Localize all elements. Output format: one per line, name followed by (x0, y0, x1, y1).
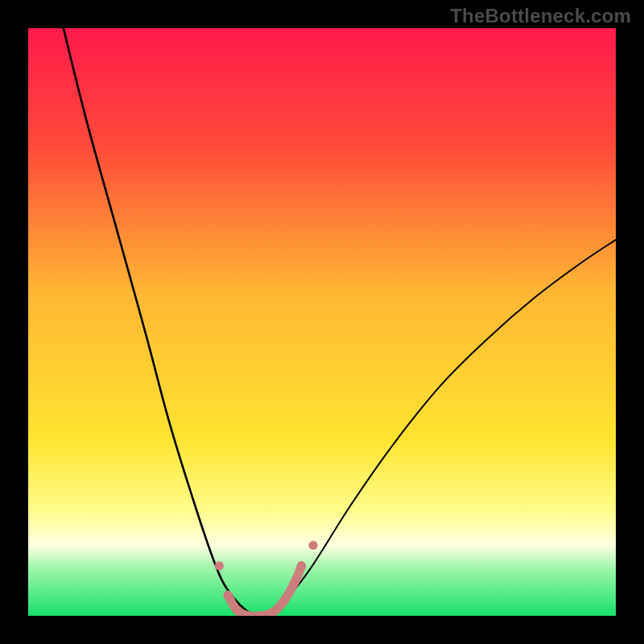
valley-marker (233, 605, 242, 614)
gradient-background (28, 28, 616, 616)
valley-marker (291, 576, 300, 585)
valley-marker (215, 561, 224, 570)
valley-marker (297, 561, 306, 570)
bottleneck-chart (0, 0, 644, 644)
valley-marker (308, 541, 317, 550)
valley-marker (244, 611, 253, 620)
valley-marker (256, 611, 265, 620)
watermark-text: TheBottleneck.com (450, 5, 631, 27)
valley-marker (267, 609, 276, 617)
chart-frame: TheBottleneck.com (0, 0, 644, 644)
valley-marker (224, 591, 233, 600)
valley-marker (279, 597, 288, 605)
